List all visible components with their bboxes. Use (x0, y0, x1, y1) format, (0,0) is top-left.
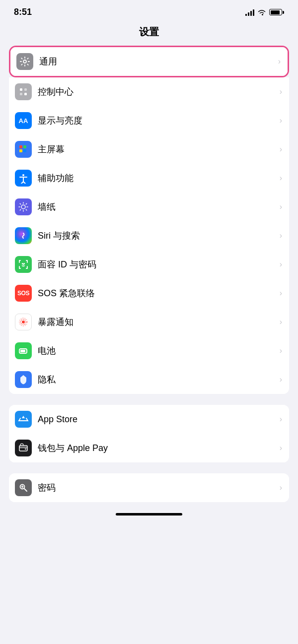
svg-rect-4 (24, 93, 27, 95)
display-icon-container: AA (9, 106, 38, 135)
settings-item-display[interactable]: AA 显示与亮度 › (9, 106, 289, 135)
sos-icon: SOS (15, 285, 32, 302)
faceid-chevron: › (280, 260, 282, 269)
privacy-icon (15, 371, 32, 388)
svg-rect-18 (25, 449, 26, 450)
privacy-chevron: › (280, 375, 282, 384)
settings-item-accessibility[interactable]: 辅助功能 › (9, 164, 289, 193)
siri-icon-container (9, 221, 38, 250)
sos-icon-container: SOS (9, 279, 38, 308)
homescreen-icon-container (9, 135, 38, 164)
appstore-icon (15, 411, 32, 428)
status-bar: 8:51 (0, 0, 298, 21)
homescreen-icon (15, 141, 32, 158)
general-label: 通用 (39, 56, 275, 67)
settings-item-general[interactable]: 通用 › (10, 47, 288, 76)
display-icon: AA (15, 112, 32, 129)
accessibility-icon-container (9, 164, 38, 193)
wallet-label: 钱包与 Apple Pay (38, 442, 277, 454)
faceid-icon (15, 256, 32, 273)
siri-icon (15, 227, 32, 244)
exposure-icon-container (9, 308, 38, 336)
homescreen-chevron: › (280, 145, 282, 154)
settings-item-sos[interactable]: SOS SOS 紧急联络 › (9, 279, 289, 308)
settings-item-passwords[interactable]: 密码 › (9, 473, 289, 502)
control-center-icon (15, 83, 32, 100)
page-title: 设置 (0, 21, 298, 46)
settings-item-siri[interactable]: Siri 与搜索 › (9, 221, 289, 250)
wallpaper-icon (15, 198, 32, 215)
siri-chevron: › (280, 231, 282, 240)
general-chevron: › (278, 57, 281, 66)
exposure-chevron: › (280, 318, 282, 326)
sos-chevron: › (280, 289, 282, 298)
settings-item-exposure[interactable]: 暴露通知 › (9, 308, 289, 336)
settings-item-homescreen[interactable]: 主屏幕 › (9, 135, 289, 164)
general-icon-container (10, 47, 39, 76)
battery-icon-container (9, 336, 38, 365)
wifi-icon (257, 9, 266, 16)
wallpaper-label: 墙纸 (38, 201, 277, 213)
battery-icon-box (15, 342, 32, 359)
svg-rect-2 (24, 88, 27, 91)
svg-point-9 (22, 174, 24, 176)
faceid-label: 面容 ID 与密码 (38, 258, 277, 270)
svg-rect-1 (20, 88, 22, 91)
settings-item-wallet[interactable]: 钱包与 Apple Pay › (9, 434, 289, 462)
sos-text: SOS (17, 290, 29, 297)
exposure-icon (15, 314, 32, 330)
wallet-icon-container (9, 434, 38, 462)
wallpaper-icon-container (9, 193, 38, 221)
accessibility-chevron: › (280, 174, 282, 183)
control-center-label: 控制中心 (38, 86, 277, 98)
svg-rect-7 (19, 149, 22, 152)
status-time: 8:51 (14, 7, 32, 17)
passwords-label: 密码 (38, 482, 277, 494)
appstore-chevron: › (280, 415, 282, 424)
svg-rect-15 (20, 350, 25, 352)
settings-item-appstore[interactable]: App Store › (9, 405, 289, 434)
passwords-chevron: › (280, 483, 282, 492)
display-chevron: › (280, 116, 282, 125)
home-indicator (0, 513, 298, 520)
display-label: 显示与亮度 (38, 115, 277, 127)
exposure-label: 暴露通知 (38, 316, 277, 328)
control-center-icon-container (9, 77, 38, 106)
status-icons (245, 9, 284, 16)
accessibility-icon (15, 170, 32, 187)
settings-item-privacy[interactable]: 隐私 › (9, 365, 289, 394)
highlighted-general-wrapper: 通用 › (9, 46, 289, 77)
siri-label: Siri 与搜索 (38, 230, 277, 242)
wallet-chevron: › (280, 444, 282, 452)
settings-item-control-center[interactable]: 控制中心 › (9, 77, 289, 106)
wallet-icon (15, 440, 32, 456)
homescreen-label: 主屏幕 (38, 143, 277, 155)
control-center-chevron: › (280, 87, 282, 96)
passwords-icon (15, 479, 32, 496)
battery-chevron: › (280, 346, 282, 355)
wallpaper-chevron: › (280, 202, 282, 211)
settings-group-3: 密码 › (9, 473, 289, 502)
svg-point-10 (21, 205, 25, 209)
sos-label: SOS 紧急联络 (38, 287, 277, 299)
appstore-label: App Store (38, 414, 277, 425)
privacy-label: 隐私 (38, 374, 277, 386)
privacy-icon-container (9, 365, 38, 394)
battery-label: 电池 (38, 345, 277, 357)
passwords-icon-container (9, 473, 38, 502)
home-bar (116, 513, 182, 515)
faceid-icon-container (9, 250, 38, 279)
display-icon-text: AA (19, 117, 28, 125)
svg-point-0 (23, 60, 26, 63)
settings-group-1: 控制中心 › AA 显示与亮度 › 主屏幕 › (9, 77, 289, 394)
appstore-icon-container (9, 405, 38, 434)
svg-rect-8 (23, 149, 26, 152)
signal-icon (245, 9, 254, 16)
settings-item-faceid[interactable]: 面容 ID 与密码 › (9, 250, 289, 279)
svg-rect-3 (20, 93, 22, 95)
settings-item-battery[interactable]: 电池 › (9, 336, 289, 365)
accessibility-label: 辅助功能 (38, 172, 277, 184)
settings-group-2: App Store › 钱包与 Apple Pay › (9, 405, 289, 462)
svg-rect-5 (19, 145, 22, 148)
settings-item-wallpaper[interactable]: 墙纸 › (9, 193, 289, 221)
